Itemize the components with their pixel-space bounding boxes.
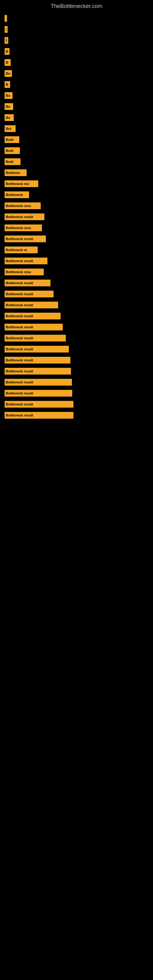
bar-row-21: Bottleneck re (5, 246, 148, 254)
bar-label-12: Bottl (6, 149, 13, 153)
bar-4: B (5, 59, 11, 66)
bar-label-17: Bottleneck resu (6, 204, 31, 208)
bar-row-29: Bottleneck result (5, 334, 148, 342)
bar-12: Bottl (5, 147, 20, 154)
bar-16: Bottleneck (5, 191, 29, 198)
bar-22: Bottleneck result (5, 258, 48, 264)
bar-row-15: Bottleneck res (5, 180, 148, 188)
bar-label-33: Bottleneck result (6, 380, 33, 384)
bar-label-27: Bottleneck result (6, 314, 33, 318)
bar-15: Bottleneck res (5, 180, 38, 187)
bar-18: Bottleneck result (5, 213, 45, 220)
bar-14: Bottenec (5, 169, 27, 176)
bar-5: Bo (5, 70, 12, 77)
bar-29: Bottleneck result (5, 335, 66, 342)
bar-row-3: B (5, 47, 148, 56)
bar-row-26: Bottleneck result (5, 301, 148, 309)
bar-label-15: Bottleneck res (6, 182, 29, 186)
bar-row-31: Bottleneck result (5, 356, 148, 364)
bar-26: Bottleneck result (5, 302, 58, 309)
bar-label-29: Bottleneck result (6, 336, 33, 340)
bar-label-7: Bo (6, 94, 10, 97)
bar-label-9: Bo (6, 116, 10, 119)
bar-1: B (5, 26, 8, 33)
bar-row-8: Bo (5, 102, 148, 111)
bar-2: B (5, 37, 8, 44)
bar-17: Bottleneck resu (5, 202, 41, 209)
bar-label-23: Bottleneck resu (6, 270, 31, 274)
bar-label-5: Bo (6, 72, 10, 75)
bar-label-6: B (6, 83, 8, 86)
bar-27: Bottleneck result (5, 313, 61, 320)
bar-row-32: Bottleneck result (5, 367, 148, 375)
bar-7: Bo (5, 92, 13, 99)
bar-label-35: Bottleneck result (6, 402, 33, 406)
bar-label-36: Bottleneck result (6, 414, 33, 417)
bar-label-25: Bottleneck result (6, 292, 33, 296)
bar-row-25: Bottleneck result (5, 290, 148, 298)
bar-row-0: B (5, 14, 148, 23)
bar-label-16: Bottleneck (6, 193, 23, 197)
bar-row-1: B (5, 25, 148, 34)
bar-label-11: Bottl (6, 138, 13, 142)
bar-label-13: Bottl (6, 160, 13, 164)
bar-row-19: Bottleneck resu (5, 224, 148, 232)
bar-row-11: Bottl (5, 135, 148, 144)
bar-24: Bottleneck result (5, 280, 51, 286)
bar-label-31: Bottleneck result (6, 358, 33, 362)
bar-label-20: Bottleneck result (6, 237, 33, 241)
bar-row-27: Bottleneck result (5, 312, 148, 320)
bar-32: Bottleneck result (5, 368, 71, 375)
bar-row-33: Bottleneck result (5, 378, 148, 387)
bar-label-4: B (6, 60, 8, 64)
bar-label-34: Bottleneck result (6, 391, 33, 395)
bar-10: Bot (5, 125, 16, 132)
bar-row-22: Bottleneck result (5, 257, 148, 265)
bar-label-21: Bottleneck re (6, 248, 27, 252)
bar-33: Bottleneck result (5, 379, 72, 385)
bar-label-10: Bot (6, 127, 11, 130)
bar-label-1: B (6, 27, 6, 31)
bar-row-35: Bottleneck result (5, 400, 148, 409)
bar-19: Bottleneck resu (5, 224, 42, 231)
bar-31: Bottleneck result (5, 357, 70, 364)
bar-20: Bottleneck result (5, 235, 46, 242)
bar-label-28: Bottleneck result (6, 325, 33, 329)
bar-25: Bottleneck result (5, 291, 54, 298)
bar-row-5: Bo (5, 69, 148, 78)
bar-label-32: Bottleneck result (6, 369, 33, 373)
bar-label-19: Bottleneck resu (6, 226, 31, 230)
bar-11: Bottl (5, 136, 19, 143)
bar-6: B (5, 81, 10, 88)
bar-35: Bottleneck result (5, 401, 73, 407)
bar-8: Bo (5, 103, 13, 110)
bar-23: Bottleneck resu (5, 269, 44, 275)
bar-row-36: Bottleneck result (5, 411, 148, 420)
bar-row-9: Bo (5, 113, 148, 122)
bar-row-30: Bottleneck result (5, 345, 148, 353)
bar-21: Bottleneck re (5, 247, 38, 253)
bar-row-7: Bo (5, 91, 148, 100)
bar-row-24: Bottleneck result (5, 279, 148, 287)
bar-28: Bottleneck result (5, 324, 63, 331)
bars-container: BBBBBBoBBoBoBoBotBottlBottlBottlBottenec… (0, 11, 153, 425)
bar-0: B (5, 15, 7, 22)
bar-label-2: B (6, 38, 7, 42)
bar-row-14: Bottenec (5, 169, 148, 177)
bar-row-10: Bot (5, 124, 148, 133)
bar-row-28: Bottleneck result (5, 323, 148, 331)
bar-label-8: Bo (6, 105, 10, 108)
bar-row-23: Bottleneck resu (5, 268, 148, 276)
bar-3: B (5, 48, 10, 55)
bar-row-17: Bottleneck resu (5, 202, 148, 210)
bar-label-3: B (6, 49, 8, 53)
bar-row-2: B (5, 36, 148, 45)
bar-label-30: Bottleneck result (6, 347, 33, 351)
bar-label-26: Bottleneck result (6, 303, 33, 307)
bar-row-12: Bottl (5, 146, 148, 155)
bar-row-34: Bottleneck result (5, 389, 148, 398)
bar-34: Bottleneck result (5, 390, 72, 396)
bar-row-6: B (5, 80, 148, 89)
bar-13: Bottl (5, 158, 21, 165)
site-title: TheBottlenecker.com (0, 0, 153, 11)
